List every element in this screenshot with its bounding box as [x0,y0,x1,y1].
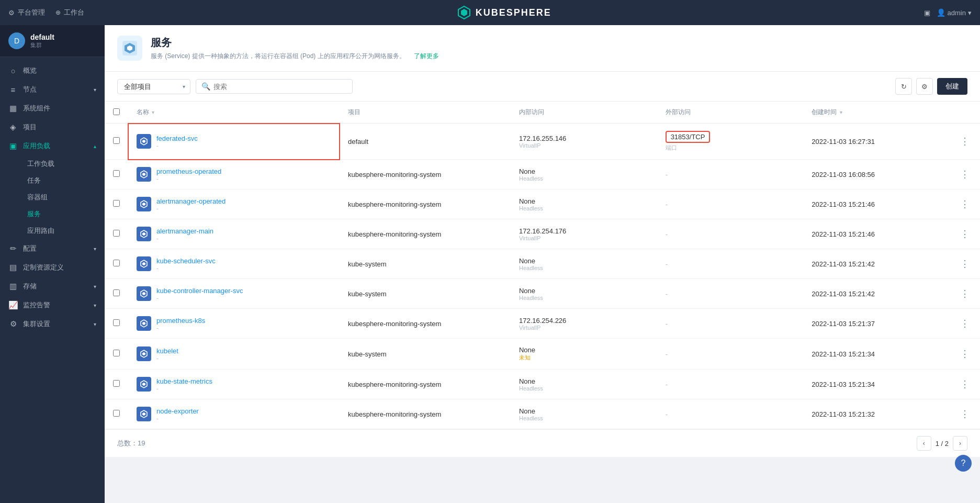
internal-access-cell: NoneHeadless [511,399,657,429]
project-name[interactable]: kube-system [348,260,387,268]
nodes-icon: ≡ [8,85,18,94]
service-name[interactable]: federated-svc [156,135,198,142]
sidebar-item-cluster-settings[interactable]: ⚙ 集群设置 ▾ [0,315,105,333]
next-page-button[interactable]: › [953,436,967,451]
create-button[interactable]: 创建 [937,78,967,95]
cluster-selector[interactable]: D default 集群 [0,25,105,57]
action-cell: ⋮ [950,219,980,249]
sidebar-item-monitoring[interactable]: 📈 监控告警 ▾ [0,296,105,315]
project-filter-select[interactable]: 全部项目 [117,79,190,94]
sidebar-item-components[interactable]: ▦ 系统组件 [0,99,105,118]
sidebar-item-nodes[interactable]: ≡ 节点 ▾ [0,80,105,99]
project-name[interactable]: default [348,138,368,146]
row-checkbox[interactable] [113,200,120,207]
row-actions-button[interactable]: ⋮ [958,136,972,147]
refresh-button[interactable]: ↻ [895,78,912,95]
project-name[interactable]: kubesphere-monitoring-system [348,381,441,388]
col-internal-label: 内部访问 [519,108,544,116]
row-actions-button[interactable]: ⋮ [958,379,972,389]
settings-button[interactable]: ⚙ [916,78,933,95]
crds-icon: ▤ [8,263,18,272]
action-cell: ⋮ [950,399,980,429]
table-row: kube-scheduler-svc - kube-system NoneHea… [105,249,980,279]
service-name[interactable]: kube-scheduler-svc [156,257,216,265]
toolbar: 全部项目 ▾ 🔍 ↻ ⚙ 创建 [105,72,980,102]
learn-more-link[interactable]: 了解更多 [414,52,439,60]
search-input[interactable] [213,83,347,91]
project-name[interactable]: kubesphere-monitoring-system [348,171,441,178]
sidebar-sub-item-ingresses[interactable]: 应用路由 [23,222,105,239]
sidebar-item-overview[interactable]: ○ 概览 [0,61,105,80]
service-name-cell: alertmanager-main - [128,219,340,249]
workbench-link[interactable]: ⊕ 工作台 [55,8,84,17]
row-actions-button[interactable]: ⋮ [958,259,972,269]
service-sub: - [156,415,199,421]
row-checkbox[interactable] [113,230,120,237]
row-actions-button[interactable]: ⋮ [958,409,972,419]
sidebar-item-storage[interactable]: ▥ 存储 ▾ [0,277,105,296]
action-cell: ⋮ [950,160,980,189]
project-name[interactable]: kube-system [348,350,387,358]
workbench-label: 工作台 [64,8,84,17]
cluster-settings-label: 集群设置 [23,319,50,329]
external-access-badge[interactable]: 31853/TCP [666,131,711,143]
sidebar-sub-item-jobs[interactable]: 任务 [23,172,105,189]
service-name[interactable]: kube-controller-manager-svc [156,287,243,295]
platform-management-link[interactable]: ⚙ 平台管理 [8,8,45,17]
row-checkbox[interactable] [113,289,120,296]
project-name[interactable]: kubesphere-monitoring-system [348,230,441,238]
service-name[interactable]: kube-state-metrics [156,377,212,385]
row-actions-button[interactable]: ⋮ [958,318,972,329]
service-name[interactable]: prometheus-operated [156,167,221,175]
row-actions-button[interactable]: ⋮ [958,199,972,209]
project-name[interactable]: kubesphere-monitoring-system [348,320,441,328]
project-name[interactable]: kube-system [348,290,387,298]
row-actions-button[interactable]: ⋮ [958,288,972,299]
service-name[interactable]: prometheus-k8s [156,317,205,325]
table-row: alertmanager-operated - kubesphere-monit… [105,189,980,219]
row-checkbox[interactable] [113,350,120,356]
row-checkbox-cell [105,219,128,249]
table-row: kubelet - kube-system None未知 - 2022-11-0… [105,339,980,370]
project-name[interactable]: kubesphere-monitoring-system [348,410,441,418]
select-all-checkbox[interactable] [113,108,120,115]
sidebar-item-workloads[interactable]: ▣ 应用负载 ▴ [0,137,105,155]
overview-label: 概览 [23,66,37,75]
workloads-label: 应用负载 [23,141,50,151]
service-icon [137,134,151,149]
service-name[interactable]: alertmanager-main [156,227,213,235]
service-name[interactable]: alertmanager-operated [156,197,226,205]
sidebar-item-crds[interactable]: ▤ 定制资源定义 [0,258,105,277]
logo-text: KUBESPHERE [476,7,551,18]
service-name[interactable]: kubelet [156,347,178,355]
row-actions-button[interactable]: ⋮ [958,169,972,180]
row-checkbox[interactable] [113,410,120,417]
project-name[interactable]: kubesphere-monitoring-system [348,200,441,208]
user-menu[interactable]: 👤 admin ▾ [937,8,972,17]
service-icon [137,256,151,271]
floating-action-button[interactable]: ? [955,455,972,472]
row-actions-button[interactable]: ⋮ [958,229,972,239]
settings-icon: ⚙ [8,9,15,17]
sidebar-item-config[interactable]: ✏ 配置 ▾ [0,239,105,258]
prev-page-button[interactable]: ‹ [917,436,931,451]
row-actions-button[interactable]: ⋮ [958,349,972,359]
notifications-icon[interactable]: ▣ [924,9,930,17]
service-icon [137,167,151,182]
created-sort-icon[interactable]: ▾ [840,109,842,115]
row-checkbox[interactable] [113,170,120,177]
service-name[interactable]: node-exporter [156,407,199,415]
row-checkbox[interactable] [113,260,120,266]
service-sub: - [156,235,213,241]
row-checkbox[interactable] [113,319,120,326]
name-sort-icon[interactable]: ▾ [152,109,154,115]
sidebar-sub-item-daemonsets[interactable]: 容器组 [23,189,105,206]
sidebar-sub-item-services[interactable]: 服务 [23,206,105,222]
services-page-icon [120,39,139,58]
row-checkbox[interactable] [113,380,120,387]
search-box: 🔍 [196,79,353,94]
row-checkbox[interactable] [113,137,120,144]
action-cell: ⋮ [950,124,980,160]
sidebar-item-projects[interactable]: ◈ 项目 [0,118,105,137]
sidebar-sub-item-deployments[interactable]: 工作负载 [23,155,105,172]
